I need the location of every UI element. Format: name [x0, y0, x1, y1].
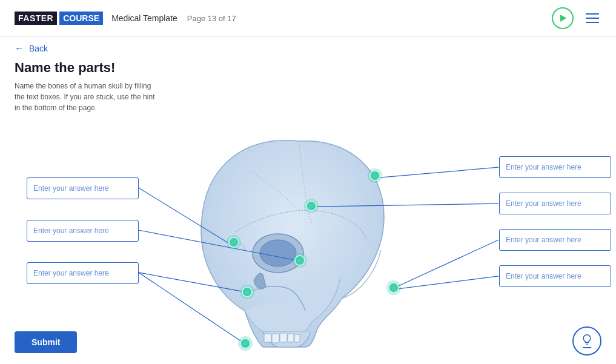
dot-right-rear	[388, 282, 399, 293]
dot-zygomatic	[242, 286, 253, 297]
svg-rect-11	[264, 334, 271, 342]
answer-input-left-3[interactable]	[27, 262, 139, 284]
dot-upper	[306, 200, 317, 211]
logo-faster: FASTER	[15, 12, 57, 25]
skull-image	[184, 123, 414, 364]
answer-input-right-4[interactable]	[499, 265, 611, 287]
back-arrow-icon: ←	[15, 43, 24, 54]
answer-input-left-1[interactable]	[27, 177, 139, 199]
header: FASTERCOURSE Medical Template Page 13 of…	[0, 0, 616, 37]
svg-rect-14	[288, 334, 294, 342]
dot-top	[369, 170, 380, 181]
header-title: Medical Template	[111, 13, 177, 23]
svg-marker-0	[560, 15, 566, 22]
submit-button[interactable]: Submit	[15, 331, 77, 353]
content-area: Name the parts! Name the bones of a huma…	[0, 60, 616, 364]
logo: FASTERCOURSE	[15, 12, 103, 25]
header-page: Page 13 of 17	[187, 14, 236, 23]
page-title: Name the parts!	[15, 60, 601, 76]
hint-button[interactable]	[572, 326, 601, 356]
dot-mandible	[240, 338, 251, 349]
svg-point-10	[260, 240, 296, 266]
answer-input-right-2[interactable]	[499, 193, 611, 214]
submit-area: Submit	[15, 331, 77, 353]
dot-left-cheek	[228, 237, 239, 248]
diagram-area	[15, 123, 601, 364]
back-label: Back	[29, 44, 48, 53]
answer-input-right-1[interactable]	[499, 156, 611, 178]
answer-input-left-2[interactable]	[27, 220, 139, 242]
play-button[interactable]	[552, 7, 574, 29]
svg-rect-12	[272, 334, 279, 343]
dot-eye-socket	[294, 255, 305, 266]
logo-course: COURSE	[59, 12, 103, 25]
menu-button[interactable]	[583, 11, 601, 25]
page-description: Name the bones of a human skull by filli…	[15, 81, 160, 113]
svg-rect-15	[294, 334, 300, 342]
answer-input-right-3[interactable]	[499, 229, 611, 251]
back-button[interactable]: ← Back	[0, 37, 62, 60]
svg-rect-13	[280, 333, 287, 342]
header-right	[552, 7, 601, 29]
